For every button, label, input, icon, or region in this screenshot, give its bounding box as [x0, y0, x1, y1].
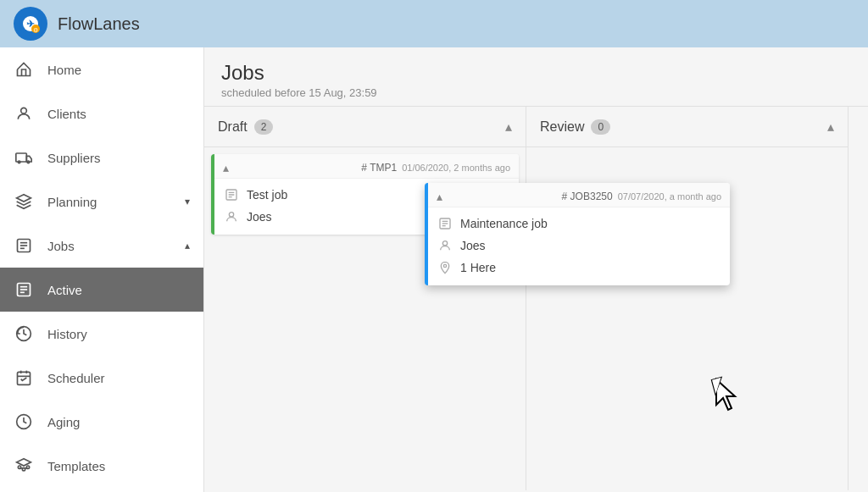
- main-layout: Home Clients Suppliers Planning ▾: [0, 47, 868, 492]
- sidebar-item-templates[interactable]: Templates: [0, 444, 203, 488]
- floating-card-header: ▴ # JOB3250 07/07/2020, a month ago: [428, 183, 730, 207]
- active-icon: [14, 279, 34, 300]
- sidebar-label-suppliers: Suppliers: [47, 151, 190, 165]
- card-tmp1-date: 01/06/2020, 2 months ago: [402, 163, 510, 173]
- column-draft-header: Draft 2 ▴: [204, 107, 526, 147]
- scheduler-icon: [14, 368, 34, 388]
- sidebar-item-aging[interactable]: Aging: [0, 400, 203, 444]
- floating-card-job3250[interactable]: ▴ # JOB3250 07/07/2020, a month ago Main…: [425, 183, 730, 285]
- app-title: FlowLanes: [58, 14, 140, 34]
- history-icon: [14, 323, 34, 344]
- svg-line-26: [19, 468, 24, 469]
- client-icon: [223, 208, 240, 225]
- sidebar-label-templates: Templates: [47, 459, 190, 473]
- sidebar-item-invoices[interactable]: Invoices: [0, 488, 203, 492]
- floating-card-id: # JOB3250: [562, 191, 613, 202]
- svg-point-40: [442, 241, 447, 246]
- sidebar-item-home[interactable]: Home: [0, 47, 203, 91]
- sidebar-label-planning: Planning: [47, 195, 185, 209]
- location-icon: [437, 259, 453, 276]
- sidebar-label-jobs: Jobs: [47, 239, 185, 253]
- sidebar: Home Clients Suppliers Planning ▾: [0, 47, 204, 492]
- kanban-board: Draft 2 ▴ ▴ # TMP1 01/06/2020, 2 months …: [204, 107, 868, 490]
- floating-card-date: 07/07/2020, a month ago: [618, 191, 721, 202]
- svg-rect-18: [18, 372, 31, 384]
- home-icon: [14, 59, 34, 80]
- chevron-up-icon-review[interactable]: ▴: [827, 119, 834, 135]
- svg-point-35: [229, 213, 233, 217]
- column-review-count: 0: [591, 119, 610, 135]
- sidebar-label-aging: Aging: [47, 415, 190, 429]
- svg-point-5: [21, 108, 27, 113]
- sidebar-label-scheduler: Scheduler: [47, 371, 190, 385]
- column-review-header: Review 0 ▴: [526, 107, 848, 147]
- sidebar-item-clients[interactable]: Clients: [0, 91, 203, 135]
- chevron-up-icon[interactable]: ▴: [505, 119, 512, 135]
- floating-card-jobname-text: Maintenance job: [460, 217, 548, 230]
- clients-icon: [14, 103, 34, 124]
- sidebar-label-history: History: [47, 327, 190, 341]
- floating-card-client: Joes: [437, 235, 721, 257]
- page-title: Jobs: [221, 61, 851, 85]
- page-subtitle: scheduled before 15 Aug, 23:59: [221, 86, 851, 99]
- column-review: Review 0 ▴: [526, 107, 849, 490]
- column-draft: Draft 2 ▴ ▴ # TMP1 01/06/2020, 2 months …: [204, 107, 526, 490]
- templates-icon: [14, 456, 34, 476]
- column-draft-title: Draft: [218, 119, 248, 135]
- sidebar-label-home: Home: [47, 63, 190, 77]
- svg-rect-6: [16, 153, 26, 162]
- column-review-title: Review: [540, 119, 584, 135]
- floating-job-name-icon: [437, 215, 453, 232]
- floating-card-location: 1 Here: [437, 257, 721, 279]
- card-tmp1-client-text: Joes: [247, 210, 272, 224]
- sidebar-item-jobs[interactable]: Jobs ▴: [0, 224, 203, 268]
- card-tmp1-header: ▴ # TMP1 01/06/2020, 2 months ago: [214, 154, 519, 179]
- svg-point-41: [443, 264, 446, 267]
- page-header: Jobs scheduled before 15 Aug, 23:59: [204, 47, 868, 107]
- sidebar-label-clients: Clients: [47, 107, 190, 121]
- truck-icon: [14, 147, 34, 168]
- floating-client-icon: [437, 237, 453, 254]
- sidebar-item-history[interactable]: History: [0, 312, 203, 356]
- chevron-down-icon: ▾: [185, 196, 190, 207]
- svg-text:✈: ✈: [27, 19, 35, 29]
- floating-card-collapse-icon[interactable]: ▴: [437, 190, 442, 203]
- column-draft-count: 2: [254, 119, 274, 135]
- sidebar-item-scheduler[interactable]: Scheduler: [0, 356, 203, 400]
- planning-icon: [14, 191, 34, 212]
- card-tmp1-jobname-text: Test job: [247, 188, 287, 202]
- floating-card-body: Maintenance job Joes 1 Here: [428, 207, 730, 285]
- sidebar-item-suppliers[interactable]: Suppliers: [0, 135, 203, 180]
- card-tmp1-id: # TMP1: [361, 162, 397, 174]
- sidebar-label-active: Active: [47, 283, 190, 297]
- svg-line-27: [24, 468, 28, 469]
- jobs-icon: [14, 235, 34, 256]
- aging-icon: [14, 412, 34, 432]
- card-collapse-icon[interactable]: ▴: [223, 161, 229, 174]
- sidebar-item-planning[interactable]: Planning ▾: [0, 180, 203, 224]
- svg-text:⚙: ⚙: [33, 27, 38, 33]
- svg-point-0: [19, 12, 42, 36]
- floating-card-jobname: Maintenance job: [437, 213, 721, 235]
- chevron-up-icon: ▴: [185, 240, 190, 252]
- floating-card-client-text: Joes: [460, 239, 486, 252]
- sidebar-item-active[interactable]: Active: [0, 268, 203, 312]
- app-logo: ✈ ⚙: [14, 7, 47, 41]
- job-name-icon: [223, 186, 240, 203]
- main-content: Jobs scheduled before 15 Aug, 23:59 Draf…: [204, 47, 868, 492]
- floating-card-location-text: 1 Here: [460, 261, 496, 274]
- app-header: ✈ ⚙ FlowLanes: [0, 0, 868, 47]
